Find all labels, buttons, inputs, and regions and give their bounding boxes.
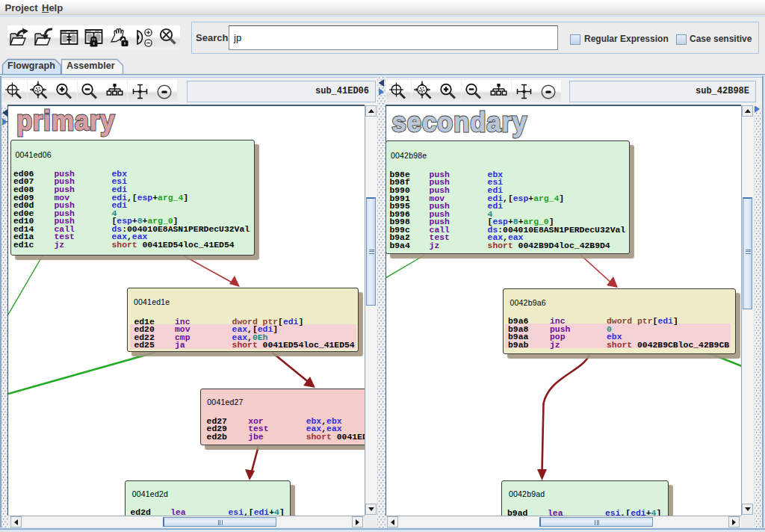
svg-text:secondary: secondary bbox=[392, 107, 527, 137]
svg-text:primary: primary bbox=[16, 106, 115, 135]
